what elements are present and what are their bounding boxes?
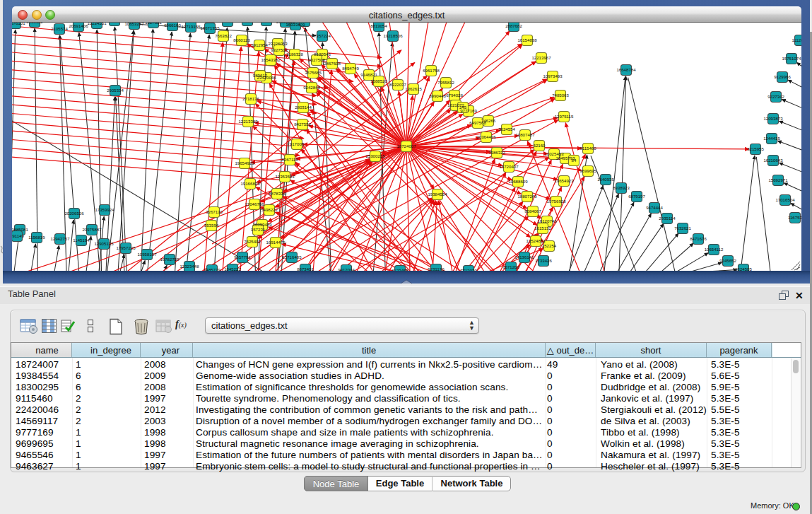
svg-text:16782759: 16782759 — [160, 257, 180, 262]
svg-text:12353594: 12353594 — [275, 174, 295, 179]
svg-text:9242848: 9242848 — [303, 85, 320, 90]
svg-text:989612: 989612 — [253, 73, 268, 78]
svg-text:8912954: 8912954 — [251, 42, 268, 47]
svg-text:9327508: 9327508 — [308, 57, 325, 62]
svg-text:917008: 917008 — [290, 141, 305, 146]
svg-text:116753: 116753 — [788, 215, 802, 220]
svg-text:12213967: 12213967 — [531, 55, 551, 60]
svg-text:3267130: 3267130 — [206, 209, 223, 214]
svg-text:9327503: 9327503 — [271, 47, 288, 52]
svg-text:16120746: 16120746 — [537, 218, 557, 223]
svg-text:6879197: 6879197 — [628, 194, 645, 199]
svg-text:8878334: 8878334 — [269, 191, 286, 196]
svg-text:8990448: 8990448 — [429, 93, 446, 98]
svg-text:13524851: 13524851 — [526, 238, 546, 243]
svg-text:15751074: 15751074 — [782, 56, 801, 61]
svg-text:19654923: 19654923 — [554, 178, 574, 183]
svg-text:16210643: 16210643 — [763, 158, 783, 163]
svg-text:19384554: 19384554 — [428, 192, 447, 197]
svg-text:9657791: 9657791 — [234, 255, 251, 259]
svg-text:391149: 391149 — [10, 233, 24, 238]
svg-text:20364436: 20364436 — [476, 134, 496, 139]
svg-text:10807487: 10807487 — [515, 132, 535, 137]
svg-text:16671355: 16671355 — [200, 25, 220, 30]
svg-text:8471676: 8471676 — [690, 236, 707, 241]
svg-text:62160: 62160 — [534, 143, 546, 148]
svg-text:1733426: 1733426 — [535, 258, 552, 263]
svg-text:20975887: 20975887 — [82, 227, 102, 232]
svg-text:3675685: 3675685 — [305, 70, 322, 75]
svg-text:19654923: 19654923 — [235, 160, 254, 165]
svg-text:17016504: 17016504 — [775, 197, 795, 202]
svg-text:6671200: 6671200 — [502, 264, 519, 269]
svg-text:9227342: 9227342 — [767, 94, 784, 99]
svg-text:8120546: 8120546 — [314, 52, 331, 57]
svg-text:1640935: 1640935 — [597, 177, 614, 182]
svg-text:10688609: 10688609 — [508, 179, 528, 184]
svg-text:19756928: 19756928 — [546, 199, 566, 204]
svg-text:1244415: 1244415 — [763, 136, 780, 141]
svg-text:8454749: 8454749 — [342, 66, 359, 71]
svg-text:6966160: 6966160 — [164, 23, 181, 28]
svg-text:1112044: 1112044 — [792, 37, 808, 42]
svg-text:8938923: 8938923 — [613, 185, 630, 190]
svg-text:12093873: 12093873 — [763, 116, 783, 121]
svg-text:9084067: 9084067 — [524, 209, 541, 214]
svg-text:23226053: 23226053 — [268, 41, 288, 46]
svg-text:1588520: 1588520 — [370, 78, 387, 83]
svg-text:8660123: 8660123 — [233, 37, 250, 42]
svg-text:9146821: 9146821 — [360, 72, 377, 77]
svg-text:9245652: 9245652 — [719, 258, 736, 263]
svg-text:15716485: 15716485 — [282, 255, 302, 259]
svg-text:10654112: 10654112 — [705, 247, 724, 252]
svg-text:245: 245 — [459, 105, 467, 110]
svg-text:7986322: 7986322 — [488, 150, 505, 155]
svg-text:2867608: 2867608 — [324, 61, 341, 66]
svg-text:16543382: 16543382 — [261, 57, 281, 62]
svg-text:17046766: 17046766 — [245, 201, 264, 206]
svg-text:7357224: 7357224 — [314, 33, 331, 38]
svg-text:9115460: 9115460 — [579, 146, 596, 151]
svg-text:16914479: 16914479 — [266, 240, 286, 245]
svg-text:7632621: 7632621 — [674, 226, 691, 230]
svg-text:1615132: 1615132 — [534, 226, 551, 230]
svg-text:7955812: 7955812 — [437, 80, 454, 85]
svg-text:8322037: 8322037 — [389, 82, 406, 87]
svg-text:2935114: 2935114 — [659, 216, 676, 221]
svg-text:6794028: 6794028 — [446, 93, 463, 98]
svg-text:84: 84 — [572, 158, 577, 163]
svg-text:2718176: 2718176 — [242, 96, 259, 101]
svg-text:17359924: 17359924 — [95, 207, 114, 212]
svg-text:7663822: 7663822 — [215, 33, 232, 38]
svg-text:12942757: 12942757 — [50, 236, 70, 241]
svg-text:1362615: 1362615 — [405, 86, 422, 91]
svg-text:1156819: 1156819 — [28, 235, 45, 240]
svg-text:10973493: 10973493 — [543, 74, 563, 78]
svg-text:10719155: 10719155 — [181, 24, 201, 29]
svg-text:2105574: 2105574 — [51, 26, 68, 31]
svg-text:8813054: 8813054 — [370, 23, 387, 28]
svg-text:19218506: 19218506 — [383, 33, 403, 38]
svg-text:16099489: 16099489 — [252, 222, 272, 227]
svg-text:8267110: 8267110 — [281, 157, 298, 162]
svg-text:9474444: 9474444 — [646, 205, 663, 210]
svg-text:25300215: 25300215 — [365, 153, 385, 158]
svg-text:20206526: 20206526 — [64, 211, 84, 216]
svg-text:14136141: 14136141 — [514, 255, 534, 259]
svg-text:2905334: 2905334 — [107, 88, 124, 93]
svg-text:6961758: 6961758 — [423, 68, 440, 73]
svg-text:12213389: 12213389 — [238, 119, 258, 124]
svg-text:9129966: 9129966 — [774, 74, 791, 79]
svg-text:2803144: 2803144 — [295, 105, 312, 110]
svg-text:18724007: 18724007 — [396, 144, 416, 148]
svg-text:15720407: 15720407 — [499, 164, 519, 169]
svg-text:19166829: 19166829 — [240, 181, 260, 186]
svg-text:12323448: 12323448 — [180, 264, 199, 269]
svg-text:20691406: 20691406 — [69, 23, 88, 28]
svg-text:12975115: 12975115 — [555, 114, 574, 119]
svg-text:17957225: 17957225 — [116, 245, 136, 250]
svg-text:9699695: 9699695 — [579, 168, 596, 173]
svg-text:12905135: 12905135 — [94, 241, 114, 246]
svg-text:5498222: 5498222 — [261, 207, 278, 212]
svg-text:10958107: 10958107 — [137, 252, 157, 257]
